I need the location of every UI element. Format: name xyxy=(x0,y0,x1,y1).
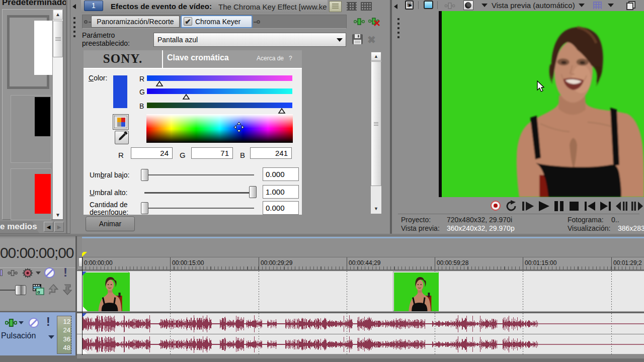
svg-text:α: α xyxy=(37,290,40,295)
